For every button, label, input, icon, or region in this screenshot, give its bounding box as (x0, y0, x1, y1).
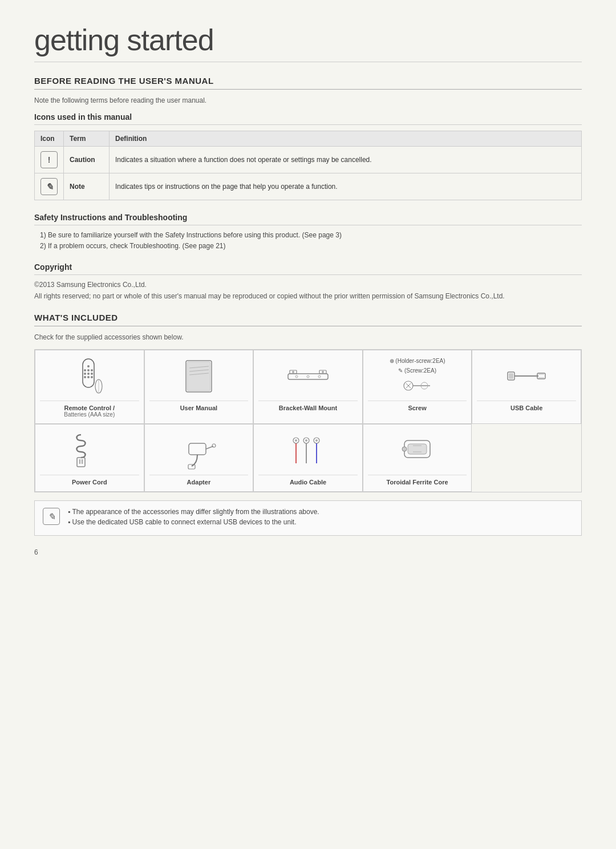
powercord-label: Power Cord (40, 475, 139, 486)
page-title: getting started (34, 23, 582, 62)
col-term: Term (64, 131, 110, 147)
safety-subsection: Safety Instructions and Troubleshooting … (34, 213, 582, 250)
manual-label: User Manual (149, 401, 249, 411)
accessory-bracket: Bracket-Wall Mount (253, 350, 363, 424)
remote-sublabel: Batteries (AAA size) (40, 411, 139, 418)
page-number: 6 (34, 548, 582, 556)
screw-extra-1: ⊕ (Holder-screw:2EA) (390, 358, 445, 364)
svg-point-10 (91, 376, 93, 378)
safety-list: Be sure to familiarize yourself with the… (34, 231, 582, 250)
usb-svg (506, 362, 546, 390)
svg-point-7 (91, 373, 93, 375)
audio-image (258, 430, 358, 470)
remote-label: Remote Control / (40, 401, 139, 411)
svg-point-24 (307, 375, 309, 378)
svg-point-6 (87, 373, 90, 375)
accessory-ferrite: Toroidal Ferrite Core (363, 424, 472, 492)
svg-point-4 (91, 369, 93, 371)
svg-point-8 (84, 376, 86, 378)
accessory-usb: USB Cable (472, 350, 581, 424)
svg-rect-37 (77, 458, 85, 467)
caution-icon: ! (40, 151, 58, 168)
safety-item-1: Be sure to familiarize yourself with the… (40, 231, 582, 239)
note-item-1: The appearance of the accessories may di… (68, 508, 319, 516)
accessory-powercord: Power Cord (35, 424, 144, 492)
bracket-label: Bracket-Wall Mount (258, 401, 358, 411)
powercord-svg (72, 432, 107, 469)
accessory-adapter: Adapter (144, 424, 254, 492)
table-row: ! Caution Indicates a situation where a … (35, 147, 582, 173)
svg-rect-14 (187, 362, 210, 391)
accessories-grid: Remote Control / Batteries (AAA size) Us… (34, 349, 582, 492)
remote-image (40, 356, 139, 396)
ferrite-svg (399, 432, 436, 469)
svg-point-9 (87, 376, 90, 378)
powercord-image (40, 430, 139, 470)
whats-included-section: WHAT'S INCLUDED Check for the supplied a… (34, 313, 582, 536)
manual-svg (180, 358, 217, 395)
usb-label: USB Cable (477, 401, 576, 411)
before-reading-intro: Note the following terms before reading … (34, 96, 582, 104)
whats-included-intro: Check for the supplied accessories shown… (34, 333, 582, 341)
svg-point-25 (318, 375, 321, 378)
svg-point-2 (84, 369, 86, 371)
note-item-2: Use the dedicated USB cable to connect e… (68, 518, 319, 526)
whats-included-title: WHAT'S INCLUDED (34, 313, 582, 326)
svg-rect-32 (509, 373, 513, 379)
svg-point-22 (322, 371, 324, 373)
screw-image: ⊕ (Holder-screw:2EA) ✎ (Screw:2EA) (368, 356, 467, 396)
svg-point-5 (84, 373, 86, 375)
accessory-manual: User Manual (144, 350, 254, 424)
copyright-line-2: All rights reserved; no part or whole of… (34, 292, 582, 300)
notes-section: ✎ The appearance of the accessories may … (34, 500, 582, 536)
note-term: Note (64, 173, 110, 200)
note-icon: ✎ (40, 178, 58, 195)
bracket-svg (285, 358, 331, 395)
icons-subsection-title: Icons used in this manual (34, 112, 582, 125)
svg-point-3 (87, 369, 90, 371)
svg-point-51 (315, 439, 318, 442)
safety-item-2: If a problem occurs, check Troubleshooti… (40, 242, 582, 250)
note-icon-cell: ✎ (35, 173, 64, 200)
col-definition: Definition (110, 131, 582, 147)
notes-list: The appearance of the accessories may di… (68, 508, 319, 528)
bracket-image (258, 356, 358, 396)
adapter-svg (180, 432, 217, 469)
svg-point-48 (305, 439, 307, 442)
audio-label: Audio Cable (258, 475, 358, 486)
table-row: ✎ Note Indicates tips or instructions on… (35, 173, 582, 200)
svg-point-21 (292, 371, 294, 373)
usb-image (477, 356, 576, 396)
col-icon: Icon (35, 131, 64, 147)
copyright-subsection: Copyright ©2013 Samsung Electronics Co.,… (34, 262, 582, 300)
caution-icon-cell: ! (35, 147, 64, 173)
icons-subsection: Icons used in this manual Icon Term Defi… (34, 112, 582, 200)
safety-title: Safety Instructions and Troubleshooting (34, 213, 582, 225)
screw-svg (402, 377, 433, 394)
caution-term: Caution (64, 147, 110, 173)
accessory-screw: ⊕ (Holder-screw:2EA) ✎ (Screw:2EA) Screw (363, 350, 472, 424)
adapter-image (149, 430, 249, 470)
audio-svg (289, 432, 326, 469)
notes-icon: ✎ (43, 508, 60, 525)
adapter-label: Adapter (149, 475, 249, 486)
ferrite-image (368, 430, 467, 470)
svg-point-45 (295, 439, 297, 442)
svg-point-1 (87, 365, 90, 367)
note-definition: Indicates tips or instructions on the pa… (110, 173, 582, 200)
svg-rect-18 (288, 374, 328, 379)
before-reading-section: BEFORE READING THE USER'S MANUAL Note th… (34, 76, 582, 300)
caution-definition: Indicates a situation where a function d… (110, 147, 582, 173)
screw-label: Screw (368, 401, 467, 411)
svg-point-55 (402, 447, 407, 451)
copyright-title: Copyright (34, 262, 582, 275)
ferrite-label: Toroidal Ferrite Core (368, 475, 467, 486)
icons-table: Icon Term Definition ! Caution Indicates… (34, 131, 582, 200)
svg-rect-34 (537, 373, 545, 379)
svg-rect-40 (189, 443, 206, 455)
accessory-remote: Remote Control / Batteries (AAA size) (35, 350, 144, 424)
svg-point-23 (295, 375, 298, 378)
manual-image (149, 356, 249, 396)
remote-svg (72, 358, 107, 395)
copyright-line-1: ©2013 Samsung Electronics Co.,Ltd. (34, 281, 582, 289)
